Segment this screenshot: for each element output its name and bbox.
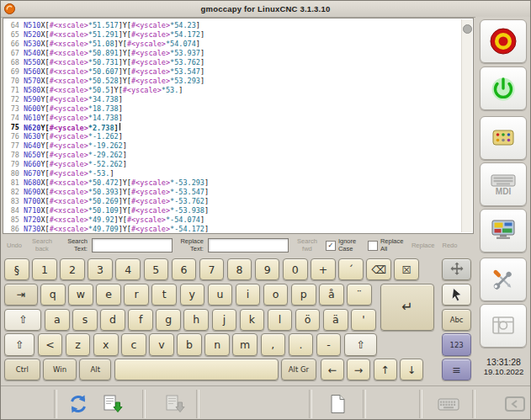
key-0[interactable]: 0 [283, 258, 308, 280]
key-m[interactable]: m [232, 333, 258, 355]
gcode-line[interactable]: 65N520X[#<xscale>*51.291]Y[#<yscale>*54.… [3, 30, 473, 40]
key-6[interactable]: 6 [172, 258, 197, 280]
key-tab[interactable]: ⇥ [4, 284, 38, 306]
key-e[interactable]: e [96, 284, 121, 306]
key-numbers[interactable]: 123 [442, 333, 471, 355]
tools-button[interactable] [480, 258, 527, 301]
key-enter[interactable]: ↵ [380, 284, 434, 331]
mdi-button[interactable]: MDI [480, 162, 527, 206]
key-plus[interactable]: + [311, 258, 336, 280]
gcode-line[interactable]: 75N620Y[#<yscale>*2.738] [3, 123, 473, 132]
gcode-line[interactable]: 68N550X[#<xscale>*50.731]Y[#<yscale>*53.… [3, 58, 473, 67]
key-period[interactable]: . [289, 333, 314, 355]
key-c[interactable]: c [121, 333, 146, 355]
estop-button[interactable] [480, 19, 527, 63]
replace-text-input[interactable] [208, 238, 289, 253]
key-1[interactable]: 1 [32, 258, 57, 280]
key-shift-left-2[interactable]: ⇧ [4, 333, 35, 355]
key-move[interactable] [442, 258, 471, 280]
key-clear[interactable]: ☒ [394, 258, 419, 280]
scrollbar-thumb[interactable] [463, 24, 472, 34]
offsets-button[interactable] [480, 304, 527, 348]
back-button[interactable] [498, 389, 531, 419]
key-backspace[interactable]: ⌫ [366, 258, 391, 280]
key-w[interactable]: w [68, 284, 93, 306]
key-shift-left[interactable]: ⇧ [4, 309, 41, 331]
gcode-line[interactable]: 81N680X[#<xscale>*50.472]Y[#<yscale>*-53… [3, 178, 473, 188]
key-z[interactable]: z [66, 333, 91, 355]
key-pointer[interactable] [442, 284, 471, 306]
save-button[interactable] [95, 389, 129, 419]
gcode-line[interactable]: 82N690X[#<xscale>*50.393]Y[#<yscale>*-53… [3, 188, 473, 197]
reload-button[interactable] [61, 389, 95, 419]
key-alt[interactable]: Alt [79, 359, 111, 380]
key-q[interactable]: q [40, 284, 66, 306]
gcode-editor[interactable]: 64N510X[#<xscale>*51.517]Y[#<yscale>*54.… [3, 18, 474, 234]
search-back-button[interactable]: Search back [28, 237, 56, 253]
key-space[interactable] [114, 359, 279, 380]
key-9[interactable]: 9 [255, 258, 280, 280]
key-d[interactable]: d [100, 309, 125, 331]
key-2[interactable]: 2 [60, 258, 85, 280]
gcode-line[interactable]: 73N600Y[#<yscale>*18.738] [3, 104, 473, 114]
undo-button[interactable]: Undo [5, 241, 24, 250]
key-a[interactable]: a [45, 309, 70, 331]
settings-button[interactable] [480, 209, 527, 253]
key-k[interactable]: k [240, 309, 265, 331]
key-b[interactable]: b [177, 333, 202, 355]
gcode-line[interactable]: 71N580X[#<xscale>*50.5]Y[#<yscale>*53.] [3, 86, 473, 95]
editor-scrollbar[interactable] [461, 19, 472, 232]
gcode-line[interactable]: 76N630Y[#<yscale>*-1.262] [3, 132, 473, 141]
key-shift-right[interactable]: ⇧ [344, 333, 378, 355]
key-x[interactable]: x [93, 333, 119, 355]
search-fwd-button[interactable]: Search fwd [293, 237, 321, 253]
keypad-button[interactable] [480, 116, 527, 160]
key-t[interactable]: t [151, 284, 177, 306]
key-menu[interactable]: ≡ [442, 359, 471, 380]
gcode-line[interactable]: 67N540X[#<xscale>*50.891]Y[#<yscale>*53.… [3, 49, 473, 58]
keyboard-toggle-button[interactable] [432, 389, 465, 419]
key-dieresis[interactable]: ¨ [347, 284, 372, 306]
key-g[interactable]: g [156, 309, 181, 331]
gcode-line[interactable]: 64N510X[#<xscale>*51.517]Y[#<yscale>*54.… [3, 21, 473, 30]
ignore-case-checkbox[interactable]: ✓ Ignore Case [326, 238, 364, 253]
key-arrow-up[interactable]: ↑ [374, 359, 397, 380]
key-s[interactable]: s [72, 309, 98, 331]
gcode-line[interactable]: 84N710X[#<xscale>*50.109]Y[#<yscale>*-53… [3, 206, 473, 215]
replace-button[interactable]: Replace [410, 241, 437, 250]
key-j[interactable]: j [212, 309, 237, 331]
replace-all-checkbox[interactable]: Replace All [368, 238, 406, 253]
new-file-button[interactable] [321, 389, 354, 419]
redo-button[interactable]: Redo [440, 241, 459, 250]
gcode-line[interactable]: 85N720X[#<xscale>*49.92]Y[#<yscale>*-54.… [3, 215, 473, 225]
gcode-line[interactable]: 80N670Y[#<yscale>*-53.] [3, 169, 473, 178]
titlebar[interactable]: gmoccapy for LinuxCNC 3.1.3.10 [1, 1, 530, 18]
gcode-line[interactable]: 78N650Y[#<yscale>*-29.262] [3, 151, 473, 160]
gcode-line[interactable]: 66N530X[#<xscale>*51.08]Y[#<yscale>*54.0… [3, 40, 473, 49]
key-minus[interactable]: - [316, 333, 342, 355]
key-arrow-down[interactable]: ↓ [400, 359, 423, 380]
gcode-line[interactable]: 74N610Y[#<yscale>*14.738] [3, 114, 473, 123]
gcode-line[interactable]: 86N730X[#<xscale>*49.709]Y[#<yscale>*-54… [3, 225, 473, 234]
key-arrow-right[interactable]: → [347, 359, 370, 380]
key-i[interactable]: i [236, 284, 261, 306]
key-r[interactable]: r [124, 284, 149, 306]
key-v[interactable]: v [149, 333, 174, 355]
key-aring[interactable]: å [319, 284, 344, 306]
gcode-line[interactable]: 83N700X[#<xscale>*50.269]Y[#<yscale>*-53… [3, 197, 473, 206]
key-comma[interactable]: , [261, 333, 286, 355]
key-section[interactable]: § [4, 258, 29, 280]
key-7[interactable]: 7 [199, 258, 225, 280]
key-4[interactable]: 4 [115, 258, 141, 280]
key-f[interactable]: f [128, 309, 153, 331]
key-o[interactable]: o [263, 284, 289, 306]
key-altgr[interactable]: Alt Gr [281, 359, 316, 380]
key-win[interactable]: Win [43, 359, 77, 380]
gcode-line[interactable]: 69N560X[#<xscale>*50.607]Y[#<yscale>*53.… [3, 67, 473, 77]
gcode-line[interactable]: 70N570X[#<xscale>*50.528]Y[#<yscale>*53.… [3, 77, 473, 86]
power-button[interactable] [480, 66, 527, 110]
key-acute[interactable]: ´ [338, 258, 364, 280]
key-less[interactable]: < [38, 333, 63, 355]
gcode-line[interactable]: 77N640Y[#<yscale>*-19.262] [3, 141, 473, 151]
key-n[interactable]: n [204, 333, 230, 355]
